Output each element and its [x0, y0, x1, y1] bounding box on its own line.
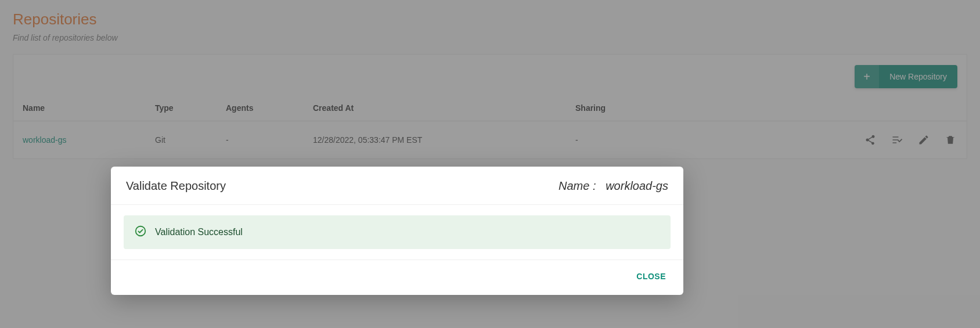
- svg-point-0: [136, 226, 146, 236]
- validate-repository-dialog: Validate Repository Name : workload-gs V…: [111, 167, 683, 295]
- dialog-repository-name: Name : workload-gs: [559, 179, 668, 193]
- dialog-name-value: workload-gs: [606, 179, 668, 192]
- dialog-name-label: Name :: [559, 179, 596, 192]
- dialog-title: Validate Repository: [126, 179, 226, 193]
- dialog-header: Validate Repository Name : workload-gs: [111, 167, 683, 205]
- alert-text: Validation Successful: [155, 227, 243, 237]
- close-button[interactable]: Close: [632, 268, 671, 284]
- validation-success-alert: Validation Successful: [124, 215, 671, 249]
- dialog-body: Validation Successful: [111, 205, 683, 259]
- check-circle-icon: [134, 225, 147, 240]
- dialog-footer: Close: [111, 259, 683, 295]
